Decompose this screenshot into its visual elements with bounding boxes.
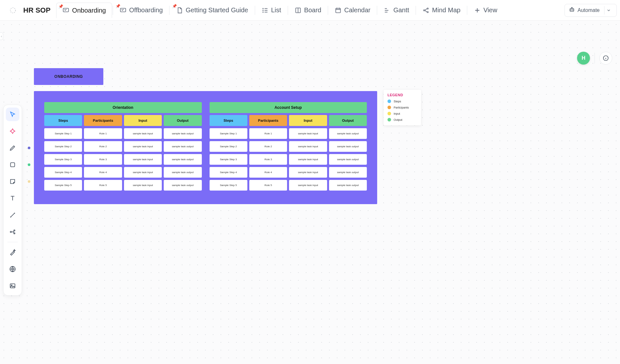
cell[interactable]: Role 4 bbox=[249, 167, 287, 178]
cell[interactable]: sample task output bbox=[329, 180, 367, 191]
svg-point-9 bbox=[427, 8, 429, 9]
column-header[interactable]: Participants bbox=[84, 115, 122, 126]
cell[interactable]: sample task output bbox=[329, 128, 367, 139]
avatar[interactable]: H bbox=[577, 52, 590, 65]
legend-dot bbox=[388, 118, 391, 121]
tool-image[interactable] bbox=[6, 279, 19, 293]
section-title[interactable]: Orientation bbox=[44, 102, 202, 113]
tab-board[interactable]: Board bbox=[289, 3, 327, 18]
legend-card[interactable]: LEGEND StepsParticipantsInputOutput bbox=[384, 90, 421, 125]
section-title[interactable]: Account Setup bbox=[210, 102, 367, 113]
cell[interactable]: sample task input bbox=[289, 180, 327, 191]
color-dot bbox=[28, 180, 30, 183]
cell[interactable]: sample task input bbox=[289, 141, 327, 152]
column-headers: StepsParticipantsInputOutput bbox=[44, 115, 202, 126]
board-label[interactable]: ONBOARDING bbox=[34, 68, 103, 85]
table-row: Sample Step 2Role 2sample task inputsamp… bbox=[210, 141, 367, 152]
tab-gantt[interactable]: Gantt bbox=[378, 3, 415, 18]
chevron-down-icon[interactable] bbox=[604, 6, 613, 15]
cell[interactable]: Sample Step 2 bbox=[44, 141, 82, 152]
cell[interactable]: sample task input bbox=[124, 141, 162, 152]
cell[interactable]: Sample Step 4 bbox=[210, 167, 247, 178]
cell[interactable]: Sample Step 3 bbox=[44, 154, 82, 165]
cell[interactable]: Role 2 bbox=[84, 141, 122, 152]
tool-ai[interactable] bbox=[6, 124, 19, 138]
column-header[interactable]: Steps bbox=[44, 115, 82, 126]
column-header[interactable]: Input bbox=[124, 115, 162, 126]
board-section[interactable]: Account SetupStepsParticipantsInputOutpu… bbox=[210, 102, 367, 196]
board-section[interactable]: OrientationStepsParticipantsInputOutputS… bbox=[44, 102, 202, 196]
tab-label: Gantt bbox=[393, 6, 409, 14]
cell[interactable]: Role 3 bbox=[249, 154, 287, 165]
cell[interactable]: Sample Step 5 bbox=[210, 180, 247, 191]
cell[interactable]: Sample Step 5 bbox=[44, 180, 82, 191]
cell[interactable]: sample task output bbox=[164, 167, 202, 178]
cell[interactable]: sample task input bbox=[124, 128, 162, 139]
tab-calendar[interactable]: Calendar bbox=[329, 3, 376, 18]
tab-mindmap[interactable]: Mind Map bbox=[417, 3, 466, 18]
tool-text[interactable] bbox=[6, 192, 19, 205]
cell[interactable]: Role 3 bbox=[84, 154, 122, 165]
divider bbox=[7, 242, 18, 242]
column-header[interactable]: Participants bbox=[249, 115, 287, 126]
cell[interactable]: sample task input bbox=[289, 167, 327, 178]
cell[interactable]: sample task output bbox=[329, 141, 367, 152]
tool-web[interactable] bbox=[6, 262, 19, 276]
legend-rows: StepsParticipantsInputOutput bbox=[388, 99, 417, 121]
column-header[interactable]: Output bbox=[329, 115, 367, 126]
column-header[interactable]: Output bbox=[164, 115, 202, 126]
page-title: HR SOP bbox=[23, 6, 50, 15]
automate-button[interactable]: Automate bbox=[564, 4, 617, 17]
onboarding-board[interactable]: OrientationStepsParticipantsInputOutputS… bbox=[34, 91, 377, 204]
cell[interactable]: Role 5 bbox=[84, 180, 122, 191]
cell[interactable]: Sample Step 4 bbox=[44, 167, 82, 178]
cell[interactable]: Sample Step 1 bbox=[210, 128, 247, 139]
tab-guide[interactable]: 📌 Getting Started Guide bbox=[170, 3, 254, 18]
cell[interactable]: sample task input bbox=[124, 180, 162, 191]
calendar-icon bbox=[335, 7, 342, 14]
cell[interactable]: sample task input bbox=[289, 128, 327, 139]
cell[interactable]: Role 5 bbox=[249, 180, 287, 191]
svg-point-0 bbox=[10, 8, 16, 13]
tab-label: View bbox=[483, 6, 497, 14]
tool-magic[interactable] bbox=[6, 245, 19, 259]
cell[interactable]: sample task output bbox=[329, 154, 367, 165]
legend-dot bbox=[388, 112, 391, 115]
whiteboard-canvas[interactable]: ‹ bbox=[0, 21, 620, 364]
cell[interactable]: sample task output bbox=[329, 167, 367, 178]
legend-dot bbox=[388, 99, 391, 103]
cell[interactable]: sample task output bbox=[164, 141, 202, 152]
table-row: Sample Step 1Role 1sample task inputsamp… bbox=[210, 128, 367, 139]
cell[interactable]: Role 1 bbox=[84, 128, 122, 139]
cell[interactable]: sample task input bbox=[289, 154, 327, 165]
tab-onboarding[interactable]: 📌 Onboarding bbox=[56, 3, 112, 18]
tool-sticky[interactable] bbox=[6, 175, 19, 188]
tool-group[interactable] bbox=[6, 225, 19, 239]
tool-pen[interactable] bbox=[6, 141, 19, 155]
cell[interactable]: sample task output bbox=[164, 180, 202, 191]
cell[interactable]: Role 2 bbox=[249, 141, 287, 152]
cell[interactable]: sample task output bbox=[164, 154, 202, 165]
tool-select[interactable] bbox=[6, 108, 19, 121]
info-button[interactable] bbox=[599, 52, 612, 65]
cell[interactable]: Sample Step 3 bbox=[210, 154, 247, 165]
cell[interactable]: Sample Step 2 bbox=[210, 141, 247, 152]
cell[interactable]: Role 4 bbox=[84, 167, 122, 178]
add-view-button[interactable]: View bbox=[468, 3, 503, 18]
tab-label: List bbox=[271, 6, 281, 14]
divider bbox=[255, 6, 255, 15]
tool-connector[interactable] bbox=[6, 208, 19, 222]
cell[interactable]: Role 1 bbox=[249, 128, 287, 139]
tab-list[interactable]: List bbox=[256, 3, 287, 18]
column-header[interactable]: Input bbox=[289, 115, 327, 126]
column-header[interactable]: Steps bbox=[210, 115, 247, 126]
cell[interactable]: Sample Step 1 bbox=[44, 128, 82, 139]
tab-offboarding[interactable]: 📌 Offboarding bbox=[114, 3, 169, 18]
legend-label: Input bbox=[394, 112, 400, 115]
sidebar-expand-handle[interactable]: ‹ bbox=[0, 32, 3, 40]
tool-shape[interactable] bbox=[6, 158, 19, 172]
legend-label: Participants bbox=[394, 106, 409, 109]
cell[interactable]: sample task output bbox=[164, 128, 202, 139]
cell[interactable]: sample task input bbox=[124, 167, 162, 178]
cell[interactable]: sample task input bbox=[124, 154, 162, 165]
